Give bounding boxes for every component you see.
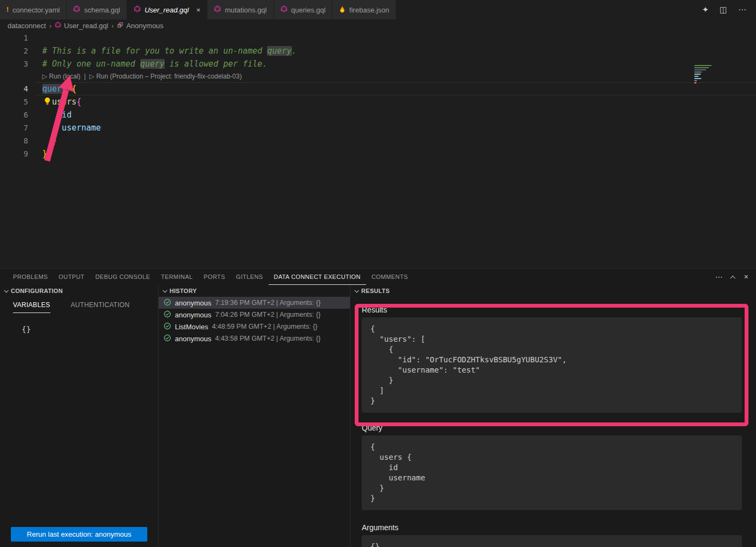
results-label: Results — [362, 305, 742, 314]
results-section: RESULTS Results { "users": [ { "id": "Or… — [350, 285, 756, 547]
tab-queries-gql[interactable]: queries.gql — [274, 0, 333, 19]
query-label: Query — [362, 424, 742, 432]
tab-user-read-gql[interactable]: User_read.gql × — [127, 0, 207, 19]
comment-text: . — [292, 46, 297, 56]
tab-connector-yaml[interactable]: ! connector.yaml — [0, 0, 66, 19]
history-item-name: ListMovies — [175, 323, 208, 331]
symbol-icon — [117, 22, 123, 30]
highlighted-word: query — [140, 59, 165, 69]
line-number: 9 — [0, 147, 36, 160]
chevron-up-icon — [730, 276, 735, 281]
close-tab-icon[interactable]: × — [197, 6, 201, 14]
breadcrumb-file-label: User_read.gql — [64, 22, 108, 30]
history-item-meta: 7:19:36 PM GMT+2 | Arguments: {} — [215, 299, 321, 307]
history-header[interactable]: HISTORY — [159, 285, 350, 297]
play-icon: ▷ — [89, 73, 94, 80]
panel-actions: ⋯ × — [715, 269, 748, 285]
arguments-block: {} — [362, 535, 742, 547]
variables-editor[interactable]: {} — [22, 325, 158, 334]
panel-tab-comments[interactable]: COMMENTS — [366, 269, 413, 285]
history-item-meta: 4:43:58 PM GMT+2 | Arguments: {} — [215, 335, 321, 342]
code-line-5: 5 users{ — [0, 95, 756, 108]
chevron-down-icon — [354, 288, 359, 292]
codelens-separator: | — [84, 73, 86, 80]
history-item[interactable]: anonymous 7:19:36 PM GMT+2 | Arguments: … — [159, 297, 350, 309]
results-header[interactable]: RESULTS — [350, 285, 756, 297]
firebase-flame-icon — [339, 5, 346, 15]
panel-close-icon[interactable]: × — [744, 272, 748, 281]
breadcrumb-symbol[interactable]: Anonymous — [117, 22, 164, 30]
panel-tab-problems[interactable]: PROBLEMS — [8, 269, 53, 285]
comment-text: is allowed per file. — [165, 59, 268, 69]
history-item[interactable]: anonymous 4:43:58 PM GMT+2 | Arguments: … — [159, 333, 350, 344]
play-icon: ▷ — [42, 73, 47, 80]
tab-authentication[interactable]: AUTHENTICATION — [71, 301, 130, 313]
lightbulb-icon[interactable] — [43, 97, 52, 106]
results-json-block: { "users": [ { "id": "OrTucFODZHTksvBSBU… — [362, 317, 742, 413]
panel-tab-terminal[interactable]: TERMINAL — [155, 269, 198, 285]
bottom-panel: PROBLEMS OUTPUT DEBUG CONSOLE TERMINAL P… — [0, 268, 756, 547]
line-number: 7 — [0, 121, 36, 134]
more-actions-icon[interactable]: ⋯ — [738, 5, 746, 15]
tab-label: mutations.gql — [225, 6, 266, 14]
query-keyword: query — [42, 84, 67, 94]
open-brace: { — [71, 84, 76, 94]
panel-tab-gitlens[interactable]: GITLENS — [231, 269, 269, 285]
line-number: 2 — [0, 44, 36, 57]
yaml-warning-icon: ! — [6, 6, 9, 14]
line-number: 5 — [0, 95, 36, 108]
rerun-last-execution-button[interactable]: Rerun last execution: anonymous — [11, 527, 147, 542]
run-production-link[interactable]: ▷ Run (Production – Project: friendly-fl… — [89, 73, 242, 80]
line-number: 3 — [0, 57, 36, 70]
panel-more-icon[interactable]: ⋯ — [715, 272, 723, 281]
configuration-section: CONFIGURATION VARIABLES AUTHENTICATION {… — [0, 285, 159, 547]
comment-text: # This is a file for you to write an un-… — [42, 46, 267, 56]
split-editor-icon[interactable]: ◫ — [720, 5, 727, 15]
run-local-label: Run (local) — [49, 73, 81, 80]
panel-tab-bar: PROBLEMS OUTPUT DEBUG CONSOLE TERMINAL P… — [0, 269, 756, 285]
tab-label: queries.gql — [291, 6, 326, 14]
breadcrumb-folder[interactable]: dataconnect — [8, 22, 46, 30]
configuration-tabs: VARIABLES AUTHENTICATION — [0, 301, 158, 313]
tab-mutations-gql[interactable]: mutations.gql — [207, 0, 273, 19]
panel-body: CONFIGURATION VARIABLES AUTHENTICATION {… — [0, 285, 756, 547]
panel-tab-data-connect-execution[interactable]: DATA CONNECT EXECUTION — [269, 269, 366, 285]
check-circle-icon — [164, 334, 171, 343]
history-item[interactable]: ListMovies 4:48:59 PM GMT+2 | Arguments:… — [159, 321, 350, 333]
sparkle-icon[interactable]: ✦ — [702, 5, 709, 15]
editor-tab-bar: ! connector.yaml schema.gql User_read.gq… — [0, 0, 756, 19]
line-number: 4 — [0, 82, 36, 95]
breadcrumb-file[interactable]: User_read.gql — [55, 22, 108, 30]
minimap[interactable] — [694, 65, 716, 84]
breadcrumb-separator: › — [112, 22, 114, 30]
line-number: 6 — [0, 108, 36, 121]
history-item-name: anonymous — [175, 335, 211, 343]
chevron-down-icon — [4, 288, 8, 292]
open-brace: { — [76, 97, 81, 107]
breadcrumb-symbol-label: Anonymous — [126, 22, 164, 30]
history-item[interactable]: anonymous 7:04:26 PM GMT+2 | Arguments: … — [159, 309, 350, 321]
history-section: HISTORY anonymous 7:19:36 PM GMT+2 | Arg… — [159, 285, 350, 547]
tab-label: connector.yaml — [12, 6, 60, 14]
panel-tab-output[interactable]: OUTPUT — [53, 269, 90, 285]
tab-schema-gql[interactable]: schema.gql — [67, 0, 126, 19]
code-line-2: 2 # This is a file for you to write an u… — [0, 44, 756, 57]
code-line-1: 1 — [0, 31, 756, 44]
configuration-header[interactable]: CONFIGURATION — [0, 285, 158, 297]
graphql-icon — [281, 5, 288, 14]
panel-maximize-icon[interactable] — [732, 272, 735, 281]
tab-variables[interactable]: VARIABLES — [13, 301, 50, 313]
tab-label: User_read.gql — [145, 6, 189, 14]
editor-actions: ✦ ◫ ⋯ — [702, 0, 756, 19]
code-editor[interactable]: 1 2 # This is a file for you to write an… — [0, 31, 756, 268]
panel-tab-debug-console[interactable]: DEBUG CONSOLE — [90, 269, 155, 285]
check-circle-icon — [164, 322, 171, 331]
arguments-label: Arguments — [362, 523, 742, 532]
tab-label: firebase.json — [349, 6, 389, 14]
panel-tab-ports[interactable]: PORTS — [198, 269, 231, 285]
arguments-text: {} — [370, 542, 733, 547]
tab-firebase-json[interactable]: firebase.json — [333, 0, 396, 19]
code-line-4: 4 query{ — [0, 82, 756, 95]
run-production-label: Run (Production – Project: friendly-flix… — [96, 73, 242, 80]
run-local-link[interactable]: ▷ Run (local) — [42, 73, 81, 80]
